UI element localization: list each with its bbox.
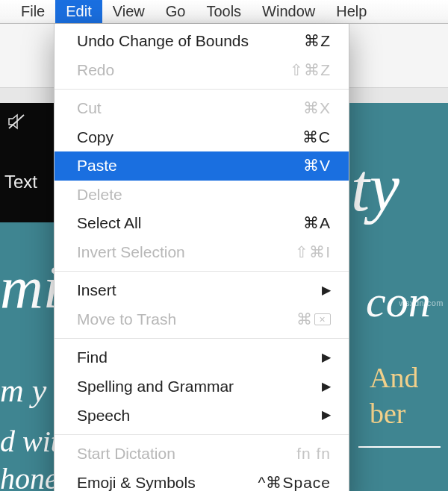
menu-item-label: Copy: [77, 125, 113, 150]
menu-item-label: Speech: [77, 404, 130, 428]
text-tool-label[interactable]: Text: [4, 172, 37, 193]
menu-separator: [55, 338, 349, 339]
menu-item-move-to-trash: Move to Trash ⌘: [55, 305, 349, 334]
menu-item-start-dictation: Start Dictation fn fn: [55, 440, 349, 469]
menu-item-select-all[interactable]: Select All ⌘A: [55, 209, 349, 238]
bg-text-fragment: mi: [0, 254, 60, 322]
menu-separator: [55, 434, 349, 435]
chevron-right-icon: ▶: [322, 281, 331, 300]
menu-bar: File Edit View Go Tools Window Help: [0, 0, 448, 24]
menu-item-label: Insert: [77, 278, 116, 303]
shortcut: ⇧⌘I: [295, 240, 331, 265]
chevron-right-icon: ▶: [322, 406, 331, 425]
menu-item-find[interactable]: Find ▶: [55, 343, 349, 372]
edit-menu-dropdown: Undo Change of Bounds ⌘Z Redo ⇧⌘Z Cut ⌘X…: [54, 24, 349, 491]
shortcut: fn fn: [296, 442, 331, 466]
menu-separator: [55, 271, 349, 272]
shortcut: ⇧⌘Z: [290, 58, 331, 83]
menu-item-label: Start Dictation: [77, 442, 175, 466]
menu-item-label: Move to Trash: [77, 307, 176, 332]
chevron-right-icon: ▶: [322, 378, 331, 396]
menu-item-label: Cut: [77, 96, 102, 121]
menu-go[interactable]: Go: [155, 0, 196, 23]
menu-help[interactable]: Help: [326, 0, 377, 23]
menu-item-label: Paste: [77, 154, 117, 178]
bg-text-fragment: m y: [0, 372, 46, 410]
divider-line: [358, 446, 441, 448]
menu-item-label: Invert Selection: [77, 240, 185, 265]
svg-line-0: [9, 115, 24, 128]
menu-item-cut: Cut ⌘X: [55, 94, 349, 123]
menu-item-undo[interactable]: Undo Change of Bounds ⌘Z: [55, 27, 349, 56]
menu-item-delete: Delete: [55, 181, 349, 210]
mute-icon[interactable]: [7, 113, 27, 134]
menu-item-speech[interactable]: Speech ▶: [55, 401, 349, 431]
menu-item-spelling-grammar[interactable]: Spelling and Grammar ▶: [55, 372, 349, 401]
chevron-right-icon: ▶: [322, 348, 331, 367]
watermark-text: wsxdn.com: [399, 298, 444, 307]
menu-edit[interactable]: Edit: [55, 0, 102, 23]
menu-item-label: Undo Change of Bounds: [77, 29, 249, 54]
menu-tools[interactable]: Tools: [196, 0, 252, 23]
shortcut: ⌘X: [303, 96, 331, 121]
shortcut: ⌘V: [303, 154, 331, 178]
menu-window[interactable]: Window: [252, 0, 326, 23]
shortcut: ^⌘Space: [258, 471, 331, 491]
menu-separator: [55, 89, 349, 90]
delete-key-icon: [314, 313, 331, 325]
bg-text-fragment: ty: [351, 149, 399, 226]
menu-item-copy[interactable]: Copy ⌘C: [55, 123, 349, 152]
menu-file[interactable]: File: [10, 0, 55, 23]
menu-item-redo: Redo ⇧⌘Z: [55, 56, 349, 85]
menu-item-insert[interactable]: Insert ▶: [55, 276, 349, 305]
bg-text-fragment: ber: [370, 397, 406, 430]
shortcut: ⌘A: [303, 211, 331, 236]
shortcut: ⌘Z: [304, 29, 331, 54]
shortcut: ⌘C: [302, 125, 331, 150]
menu-item-paste[interactable]: Paste ⌘V: [55, 151, 349, 181]
menu-item-label: Select All: [77, 211, 141, 236]
bg-text-fragment: And: [370, 361, 418, 394]
menu-item-label: Delete: [77, 183, 122, 207]
menu-item-label: Find: [77, 345, 108, 370]
menu-view[interactable]: View: [102, 0, 155, 23]
menu-item-label: Emoji & Symbols: [77, 471, 196, 491]
menu-item-emoji-symbols[interactable]: Emoji & Symbols ^⌘Space: [55, 469, 349, 491]
shortcut: ⌘: [296, 307, 331, 332]
menu-item-invert-selection: Invert Selection ⇧⌘I: [55, 238, 349, 267]
menu-item-label: Redo: [77, 58, 114, 83]
menu-item-label: Spelling and Grammar: [77, 375, 234, 399]
